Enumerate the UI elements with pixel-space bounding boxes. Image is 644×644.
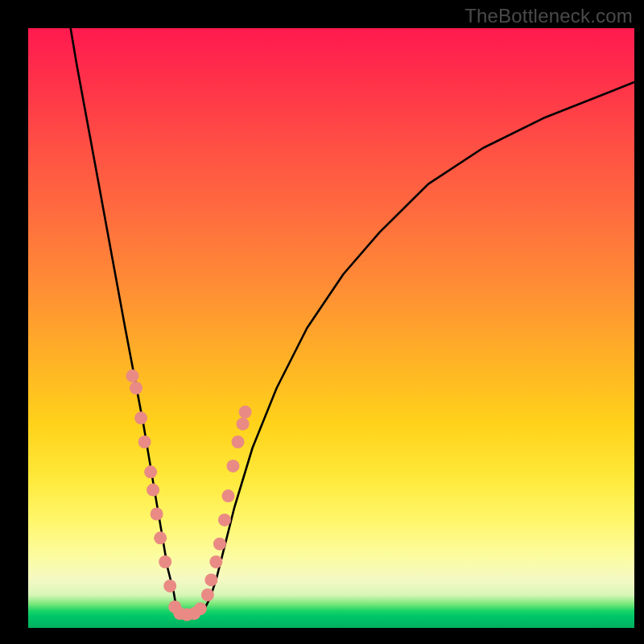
marker-dot: [147, 484, 159, 497]
chart-frame: TheBottleneck.com: [0, 0, 644, 644]
marker-dot: [204, 573, 217, 586]
marker-dot: [163, 580, 176, 592]
marker-dot: [222, 489, 235, 502]
marker-dot: [232, 436, 245, 448]
marker-dot: [237, 418, 250, 431]
plot-area: [28, 28, 634, 628]
curve-path: [71, 28, 634, 616]
marker-dot: [154, 531, 167, 544]
marker-dot: [209, 555, 222, 568]
marker-dot: [194, 602, 207, 615]
marker-dot: [130, 382, 142, 394]
curve-svg: [28, 28, 634, 628]
marker-dots: [126, 369, 252, 621]
marker-dot: [201, 588, 214, 601]
watermark-label: TheBottleneck.com: [464, 5, 633, 27]
marker-dot: [213, 538, 226, 551]
marker-dot: [134, 411, 147, 424]
marker-dot: [159, 555, 171, 568]
marker-dot: [239, 406, 252, 419]
marker-dot: [144, 465, 157, 478]
marker-dot: [126, 369, 139, 382]
marker-dot: [218, 514, 231, 526]
marker-dot: [138, 436, 151, 448]
marker-dot: [151, 508, 163, 521]
marker-dot: [227, 460, 240, 473]
